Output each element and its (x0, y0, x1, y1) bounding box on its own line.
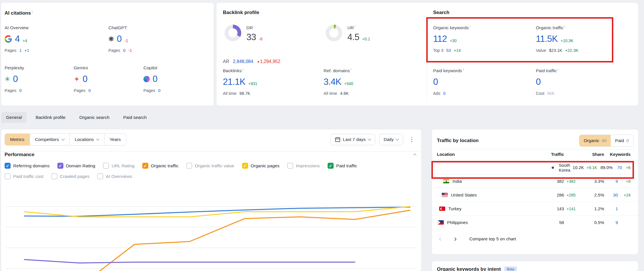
performance-card: MetricsCompetitorsLocationsYears Last 7 … (1, 129, 421, 271)
keywords-count[interactable]: 9 (604, 220, 618, 225)
ai-citations-delta: +4 (23, 38, 27, 43)
toolbar-divider (1, 151, 421, 152)
filter-button-years[interactable]: Years (104, 134, 126, 145)
ai-source-label: Perplexity (5, 65, 72, 70)
checkbox-icon (51, 173, 57, 179)
ai-citations-card: AI citationsi AI Overview 4 +4 Pages 1 +… (1, 3, 214, 105)
paid-keywords-label: Paid keywordsi (433, 68, 464, 73)
ai-pages-value[interactable]: 1 (19, 48, 22, 53)
chevron-down-icon (96, 137, 99, 140)
keywords-count[interactable]: 9 (604, 179, 618, 184)
traffic-delta: +9.1K (584, 165, 597, 170)
top3-value[interactable]: 53 (446, 48, 451, 53)
metric-checkbox-referring-domains[interactable]: ✓ Referring domains (5, 163, 50, 169)
prev-page-button[interactable]: ‹ (439, 235, 441, 243)
tab-paid-search[interactable]: Paid search (118, 112, 152, 123)
ai-citation-block-perplexity: Perplexity ✳ 0 Pages 0 (5, 65, 72, 93)
ai-citations-value[interactable]: 4 (15, 34, 20, 44)
metric-checkbox-organic-pages[interactable]: ✓ Organic pages (242, 163, 280, 169)
date-range-button[interactable]: Last 7 days (330, 134, 375, 145)
location-row-south-korea[interactable]: South Korea 10.2K +9.1K 89.0% 70 +6 (432, 160, 638, 174)
dr-value: 33 (246, 32, 256, 42)
keywords-count[interactable]: 30 (604, 193, 618, 197)
ref-domains-value[interactable]: 3.4K (324, 77, 341, 87)
metric-checkbox-paid-traffic-cost[interactable]: Paid traffic cost (5, 173, 44, 179)
collapse-section-button[interactable] (413, 154, 416, 157)
ref-domains-label: Ref. domainsi (324, 68, 353, 73)
ai-pages-value[interactable]: 0 (19, 88, 22, 93)
metric-checkbox-impressions[interactable]: Impressions (287, 163, 320, 169)
report-tabs: GeneralBacklink profileOrganic searchPai… (1, 110, 151, 125)
metric-checkbox-domain-rating[interactable]: ✓ Domain Rating (57, 163, 96, 169)
paid-keywords-value[interactable]: 0 (433, 77, 438, 87)
info-icon: i (463, 68, 464, 71)
metric-checkbox-ai-overviews[interactable]: AI Overviews (97, 173, 132, 179)
metric-checkbox-organic-traffic[interactable]: ✓ Organic traffic (142, 163, 178, 169)
filter-button-group: MetricsCompetitorsLocationsYears (5, 133, 126, 146)
ads-row: Ads 0 (433, 91, 464, 96)
ads-value[interactable]: 0 (443, 91, 445, 96)
ur-label: URi (347, 25, 370, 30)
filter-button-competitors[interactable]: Competitors (30, 134, 69, 145)
backlinks-value[interactable]: 21.1K (223, 77, 246, 87)
chart-toolbar: MetricsCompetitorsLocationsYears Last 7 … (1, 129, 421, 146)
ai-citations-value[interactable]: 0 (117, 34, 122, 44)
checkbox-icon (287, 163, 293, 169)
ai-pages-row: Pages 0 -1 (108, 48, 176, 53)
share-value: 3.3% (581, 179, 604, 184)
location-table-header: Location Traffic Share Keywords (432, 148, 638, 160)
filter-button-locations[interactable]: Locations (69, 134, 104, 145)
metric-checkbox-crawled-pages[interactable]: Crawled pages (51, 173, 90, 179)
metric-checkbox-url-rating[interactable]: URL Rating (103, 163, 135, 169)
keywords-count[interactable]: 1 (604, 206, 618, 211)
location-row-united-states[interactable]: United States 286 +285 2.5% 30 +24 (432, 188, 638, 202)
share-value: 0.5% (581, 220, 604, 225)
search-title: Search (433, 10, 450, 15)
tab-backlink-profile[interactable]: Backlink profile (31, 112, 70, 123)
location-row-turkey[interactable]: Turkey 143 +141 1.2% 1 (432, 202, 638, 215)
ai-pages-row: Pages 0 (143, 88, 211, 93)
ai-source-label: Copilot (143, 65, 211, 70)
organic-traffic-value[interactable]: 11.5K (536, 34, 558, 44)
more-options-button[interactable]: ⋮ (407, 135, 417, 144)
organic-traffic-delta: +10.3K (561, 38, 573, 43)
metric-checkbox-organic-traffic-value[interactable]: Organic traffic value (186, 163, 234, 169)
ai-citations-value[interactable]: 0 (83, 74, 87, 84)
checkbox-icon (103, 163, 109, 169)
traffic-delta: +382 (564, 179, 581, 184)
ahrefs-rank-value[interactable]: 2,848,084 (233, 59, 253, 64)
granularity-button[interactable]: Daily (379, 134, 403, 145)
paid-traffic-value[interactable]: 0 (536, 77, 541, 87)
organic-keywords-delta: +30 (450, 38, 457, 43)
ai-citations-value[interactable]: 0 (153, 74, 157, 84)
ai-pages-value[interactable]: 0 (88, 88, 91, 93)
keywords-delta: +6 (622, 165, 631, 170)
dr-delta: -6 (259, 37, 262, 41)
tab-general[interactable]: General (1, 112, 27, 123)
keywords-count[interactable]: 70 (613, 165, 622, 170)
next-page-button[interactable]: › (454, 235, 457, 243)
filter-button-metrics[interactable]: Metrics (5, 134, 30, 145)
location-row-philippines[interactable]: Philippines 58 0.5% 9 (432, 215, 638, 229)
organic-keywords-value[interactable]: 112 (433, 34, 447, 44)
location-row-india[interactable]: India 382 +382 3.3% 9 +8 (432, 174, 638, 188)
ur-donut-chart (326, 25, 342, 41)
ai-citations-value[interactable]: 0 (13, 74, 18, 84)
share-value: 89.0% (597, 165, 613, 170)
ai-pages-value[interactable]: 0 (123, 48, 125, 53)
metric-checkbox-paid-traffic[interactable]: ✓ Paid traffic (328, 163, 357, 169)
compare-top5-link[interactable]: Compare top 5 on chart (469, 236, 516, 241)
google-icon (5, 35, 12, 43)
info-icon: i (558, 68, 558, 71)
tab-organic-search[interactable]: Organic search (74, 112, 114, 123)
ai-source-label: AI Overview (5, 25, 72, 30)
ai-pages-row: Pages 0 (74, 88, 141, 93)
ai-pages-value[interactable]: 0 (158, 88, 160, 93)
paid-traffic-label: Paid traffici (536, 68, 558, 73)
toggle-paid[interactable]: Paid 0 (611, 135, 633, 146)
ai-citations-title: AI citationsi (5, 10, 32, 16)
ai-pages-row: Pages 1 +1 (5, 48, 72, 53)
traffic-by-location-title: Traffic by location (437, 138, 478, 144)
cost-row: Cost N/A (536, 91, 558, 96)
toggle-organic[interactable]: Organic 40 (579, 135, 611, 146)
